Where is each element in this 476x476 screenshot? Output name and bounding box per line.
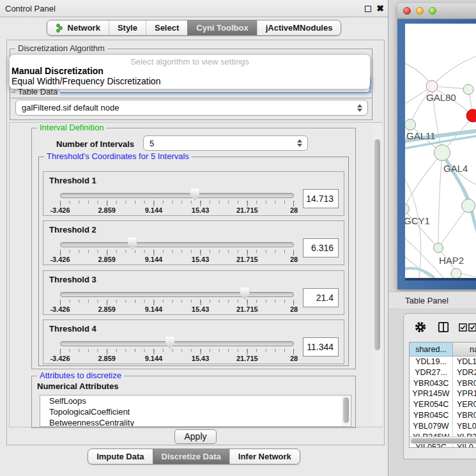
cell-name[interactable]: YDL1 <box>453 357 476 367</box>
cell-name[interactable]: YBR0 <box>453 378 476 389</box>
scrollbar-thumb[interactable] <box>411 438 476 443</box>
table-row[interactable]: YBR043C YBR0 <box>410 378 476 389</box>
network-window-titlebar[interactable] <box>397 3 476 19</box>
slider-track[interactable] <box>60 193 294 198</box>
deselect-all-checkbox-icon[interactable] <box>468 323 476 332</box>
threshold-2-slider[interactable]: -3.426 2.859 9.144 15.43 21.715 28 <box>60 240 294 262</box>
threshold-2-value-field[interactable]: 6.316 <box>303 238 339 257</box>
cell-name[interactable]: YBR0 <box>453 410 476 421</box>
network-canvas[interactable]: GAL80 G C GAL11 GAL4 GCY1 H HAP2 <box>405 24 476 278</box>
tick-label: 15.43 <box>192 206 210 214</box>
number-of-intervals-combobox[interactable]: 5 <box>143 135 308 151</box>
dropdown-placeholder-item[interactable]: Select algorithm to view settings <box>10 55 370 66</box>
node-gal4[interactable] <box>434 145 450 161</box>
cell-name[interactable]: YDR2 <box>453 367 476 378</box>
tab-impute-data[interactable]: Impute Data <box>88 449 152 464</box>
threshold-3-slider[interactable]: -3.426 2.859 9.144 15.43 21.715 28 <box>60 290 294 312</box>
table-row[interactable]: YDR27... YDR2 <box>410 367 476 378</box>
tab-jactivemnodules[interactable]: jActiveMNodules <box>257 20 341 35</box>
cell-shared-name[interactable]: YDR27... <box>410 367 453 378</box>
settings-scrollbar[interactable] <box>372 123 382 426</box>
slider-thumb[interactable] <box>165 337 175 349</box>
node-gcy1[interactable] <box>405 204 410 215</box>
interval-definition-group-label: Interval Definition <box>37 123 106 132</box>
table-settings-gear-icon[interactable] <box>415 321 426 333</box>
scrollbar-thumb[interactable] <box>374 139 380 350</box>
column-header-shared-name[interactable]: shared... <box>410 342 453 357</box>
slider-ticks <box>60 300 294 305</box>
node-selected-red[interactable] <box>466 109 476 122</box>
node-bottom-partial[interactable] <box>451 268 461 278</box>
apply-button[interactable]: Apply <box>174 429 217 444</box>
cell-name[interactable]: YPR1 <box>453 388 476 399</box>
table-row[interactable]: YER054C YER0 <box>410 399 476 410</box>
cell-shared-name[interactable]: YBR045C <box>410 410 453 421</box>
network-icon <box>56 24 64 33</box>
dropdown-option-manual-discretization[interactable]: Manual Discretization <box>10 66 370 76</box>
cell-shared-name[interactable]: YBL079W <box>410 421 453 432</box>
attributes-to-discretize-group: Attributes to discretize Numerical Attri… <box>31 376 356 428</box>
cell-shared-name[interactable]: YDL19... <box>410 357 453 367</box>
slider-track[interactable] <box>60 242 294 247</box>
table-row[interactable]: YPR145W YPR1 <box>410 388 476 399</box>
column-layout-icon[interactable] <box>438 321 449 333</box>
thresholds-coordinates-group: Threshold's Coordinates for 5 Intervals … <box>38 157 349 366</box>
cell-shared-name[interactable]: YBR043C <box>410 378 453 389</box>
node-hap2[interactable] <box>434 243 443 253</box>
threshold-4-value-field[interactable]: 11.344 <box>303 337 339 357</box>
list-item[interactable]: TopologicalCoefficient <box>40 406 351 417</box>
slider-track[interactable] <box>60 341 294 346</box>
slider-thumb[interactable] <box>128 238 137 250</box>
node-right-mid[interactable] <box>462 199 475 213</box>
close-button[interactable] <box>403 7 411 15</box>
tab-infer-network[interactable]: Infer Network <box>229 449 300 464</box>
tick-label: 15.43 <box>192 355 210 362</box>
table-row[interactable]: YBL079W YBL0 <box>410 421 476 432</box>
threshold-1-slider[interactable]: -3.426 2.859 9.144 15.43 21.715 28 <box>60 191 294 213</box>
slider-tick-labels: -3.426 2.859 9.144 15.43 21.715 28 <box>60 206 294 214</box>
slider-ticks <box>60 250 294 256</box>
tab-network[interactable]: Network <box>47 20 109 35</box>
table-data-combobox[interactable]: galFiltered.sif default node <box>15 100 368 116</box>
cell-shared-name[interactable]: YER054C <box>410 399 453 410</box>
column-header-name[interactable]: na <box>453 342 476 357</box>
slider-thumb[interactable] <box>190 188 200 201</box>
table-data-group-label: Table Data <box>15 88 60 96</box>
table-header-row: shared... na <box>410 342 476 357</box>
list-scrollbar[interactable] <box>342 396 350 426</box>
numerical-attributes-list[interactable]: SelfLoops TopologicalCoefficient Between… <box>40 395 351 427</box>
threshold-1-value-field[interactable]: 14.713 <box>303 189 339 208</box>
tick-label: -3.426 <box>50 256 70 263</box>
node-gal80[interactable] <box>426 81 438 92</box>
dropdown-option-equal-width-frequency[interactable]: Equal Width/Frequency Discretization <box>10 76 370 86</box>
slider-thumb[interactable] <box>240 288 250 300</box>
cell-name[interactable]: YER0 <box>453 399 476 410</box>
table-horizontal-scrollbar[interactable] <box>410 436 476 444</box>
table-row[interactable]: YBR045C YBR0 <box>410 410 476 421</box>
tab-discretize-data[interactable]: Discretize Data <box>153 449 229 464</box>
zoom-button[interactable] <box>429 7 436 15</box>
tab-cyni-toolbox[interactable]: Cyni Toolbox <box>187 20 256 35</box>
list-item[interactable]: SelfLoops <box>40 395 351 406</box>
top-tab-bar: Network Style Select Cyni Toolbox jActiv… <box>0 20 388 36</box>
node-top-right[interactable] <box>463 84 473 95</box>
cell-name[interactable]: YBL0 <box>453 421 476 432</box>
tab-select[interactable]: Select <box>146 20 187 35</box>
threshold-3-value-field[interactable]: 21.4 <box>303 288 339 307</box>
slider-track[interactable] <box>60 292 294 297</box>
float-window-icon[interactable] <box>365 6 371 12</box>
select-all-checkbox-icon[interactable] <box>459 323 467 332</box>
cell-shared-name[interactable]: YPR145W <box>410 388 453 399</box>
slider-ticks <box>60 201 294 206</box>
tick-label: 21.715 <box>236 256 258 263</box>
tick-label: 15.43 <box>192 305 210 313</box>
minimize-button[interactable] <box>416 7 424 15</box>
table-row[interactable]: YDL19... YDL1 <box>410 357 476 367</box>
table-panel-title: Table Panel <box>405 296 449 305</box>
list-item[interactable]: BetweennessCentrality <box>40 417 351 427</box>
tab-style[interactable]: Style <box>109 20 146 35</box>
close-icon[interactable]: ✖ <box>376 3 384 13</box>
threshold-4-slider[interactable]: -3.426 2.859 9.144 15.43 21.715 28 <box>60 339 294 361</box>
table-panel-titlebar: Table Panel <box>389 291 476 309</box>
node-gal11[interactable] <box>405 119 416 130</box>
